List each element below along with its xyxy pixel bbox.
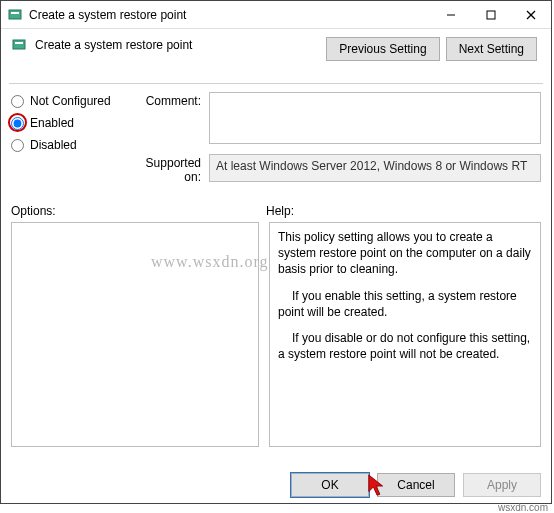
- radio-disabled-label: Disabled: [30, 138, 77, 152]
- comment-label: Comment:: [131, 92, 201, 108]
- maximize-button[interactable]: [471, 1, 511, 28]
- help-text-1: This policy setting allows you to create…: [278, 229, 532, 278]
- credit-text: wsxdn.com: [498, 502, 548, 513]
- dialog-footer: OK Cancel Apply: [291, 473, 541, 497]
- supported-on-label: Supported on:: [131, 154, 201, 184]
- window-title: Create a system restore point: [29, 8, 431, 22]
- help-text-3: If you disable or do not configure this …: [278, 330, 532, 362]
- help-pane: This policy setting allows you to create…: [269, 222, 541, 447]
- options-label: Options:: [11, 204, 266, 218]
- policy-title: Create a system restore point: [35, 38, 192, 52]
- radio-enabled[interactable]: Enabled: [11, 116, 121, 130]
- titlebar: Create a system restore point: [1, 1, 551, 29]
- svg-rect-3: [487, 11, 495, 19]
- previous-setting-button[interactable]: Previous Setting: [326, 37, 439, 61]
- svg-line-4: [527, 11, 535, 19]
- options-pane: [11, 222, 259, 447]
- svg-line-5: [527, 11, 535, 19]
- svg-rect-1: [11, 12, 19, 14]
- svg-rect-0: [9, 10, 21, 19]
- app-icon: [7, 7, 23, 23]
- help-label: Help:: [266, 204, 294, 218]
- cancel-button[interactable]: Cancel: [377, 473, 455, 497]
- minimize-button[interactable]: [431, 1, 471, 28]
- close-button[interactable]: [511, 1, 551, 28]
- next-setting-button[interactable]: Next Setting: [446, 37, 537, 61]
- svg-rect-7: [15, 42, 23, 44]
- radio-disabled[interactable]: Disabled: [11, 138, 121, 152]
- supported-on-value: At least Windows Server 2012, Windows 8 …: [209, 154, 541, 182]
- radio-disabled-input[interactable]: [11, 139, 24, 152]
- radio-enabled-input[interactable]: [11, 117, 24, 130]
- radio-not-configured-input[interactable]: [11, 95, 24, 108]
- radio-not-configured[interactable]: Not Configured: [11, 94, 121, 108]
- radio-not-configured-label: Not Configured: [30, 94, 111, 108]
- help-text-2: If you enable this setting, a system res…: [278, 288, 532, 320]
- comment-input[interactable]: [209, 92, 541, 144]
- svg-rect-6: [13, 40, 25, 49]
- policy-icon: [11, 37, 27, 53]
- apply-button[interactable]: Apply: [463, 473, 541, 497]
- radio-enabled-label: Enabled: [30, 116, 74, 130]
- ok-button[interactable]: OK: [291, 473, 369, 497]
- divider: [9, 83, 543, 84]
- dialog-window: Create a system restore point Create a s…: [0, 0, 552, 504]
